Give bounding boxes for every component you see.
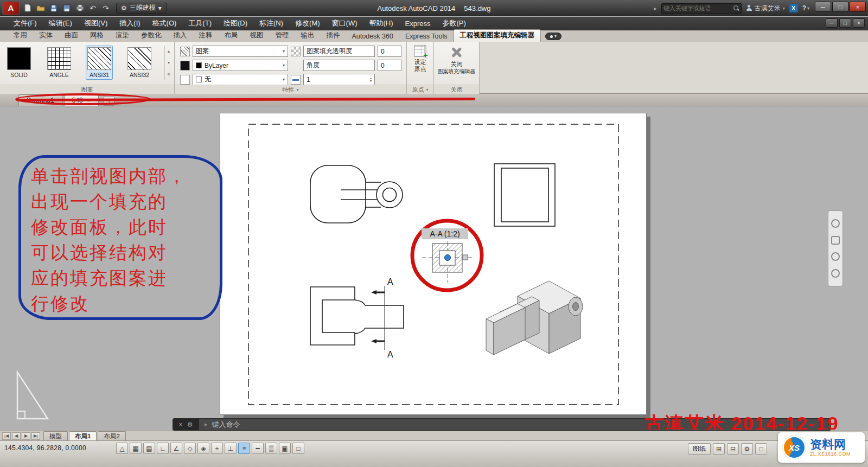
transparency-toggle-icon[interactable]: ▒	[265, 443, 277, 454]
menu-file[interactable]: 文件(F)	[8, 17, 43, 30]
ribbon-display-toggle[interactable]: ▾	[545, 33, 561, 40]
section-view-a-a[interactable]	[422, 235, 474, 283]
gallery-expand-icon[interactable]: ≡	[168, 72, 170, 77]
ribbon-tab-hatch-editor[interactable]: 工程视图图案填充编辑器	[454, 29, 541, 42]
hatch-background-select[interactable]: 无 ▾	[193, 74, 288, 85]
scale-spinner[interactable]: ▴ ▾	[370, 77, 376, 82]
first-layout-icon[interactable]: |◀	[2, 432, 11, 440]
hatch-swatch-ansi31[interactable]: ANSI31	[86, 46, 113, 80]
angle-label-box[interactable]: 角度	[303, 60, 375, 71]
doc-restore-button[interactable]: □	[839, 18, 851, 28]
ribbon-tab-layout[interactable]: 布局	[219, 30, 244, 42]
snap-icon[interactable]: ▦	[130, 443, 142, 454]
command-prompt[interactable]: ▸ 键入命令	[199, 420, 240, 430]
transparency-value-input[interactable]	[378, 46, 401, 57]
menu-tools[interactable]: 工具(T)	[182, 17, 218, 30]
orbit-icon[interactable]	[831, 269, 840, 278]
grip-square[interactable]	[463, 255, 468, 260]
save-as-icon[interactable]	[62, 3, 72, 13]
hatch-swatch-solid[interactable]: SOLID	[5, 46, 33, 80]
gallery-up-icon[interactable]: ▴	[168, 49, 170, 54]
grip-dot[interactable]	[445, 255, 451, 261]
ribbon-tab-render[interactable]: 渲染	[110, 30, 135, 42]
redo-icon[interactable]: ↷	[101, 3, 111, 13]
ribbon-tab-plugins[interactable]: 插件	[321, 30, 346, 42]
angle-value-input[interactable]	[378, 60, 401, 71]
app-logo-icon[interactable]: A	[2, 1, 20, 15]
osnap-3d-icon[interactable]: ◈	[197, 443, 209, 454]
hatch-swatch-ansi32[interactable]: ANSI32	[126, 46, 153, 80]
dynamic-input-icon[interactable]: ≡	[238, 443, 250, 454]
hatch-swatch-angle[interactable]: ANGLE	[46, 46, 73, 80]
search-input[interactable]	[663, 4, 733, 12]
otrack-icon[interactable]: +	[211, 443, 223, 454]
menu-format[interactable]: 格式(O)	[146, 17, 183, 30]
hatch-type-select[interactable]: 图案 ▾	[193, 46, 288, 57]
ribbon-tab-autodesk360[interactable]: Autodesk 360	[346, 31, 399, 42]
menu-express[interactable]: Express	[399, 17, 437, 30]
save-icon[interactable]	[49, 3, 59, 13]
ribbon-tab-annotate[interactable]: 注释	[193, 30, 219, 42]
menu-window[interactable]: 窗口(W)	[326, 17, 363, 30]
prev-layout-icon[interactable]: ◀	[12, 432, 21, 440]
gallery-scrollbar[interactable]: ▴ ▾ ≡	[164, 46, 173, 80]
steering-wheel-icon[interactable]	[831, 219, 840, 228]
tab-layout1[interactable]: 布局1	[69, 431, 97, 441]
hatch-color-select[interactable]: ByLayer ▾	[193, 60, 288, 71]
panel-label-origin[interactable]: 原点 ▾	[407, 85, 433, 94]
gallery-down-icon[interactable]: ▾	[168, 60, 170, 65]
panel-label-pattern[interactable]: 图案	[0, 85, 174, 94]
ribbon-tab-solid[interactable]: 实体	[33, 30, 59, 42]
menu-edit[interactable]: 编辑(E)	[43, 17, 78, 30]
help-menu[interactable]: ? ▾	[802, 4, 809, 12]
menu-help[interactable]: 帮助(H)	[363, 17, 399, 30]
polar-icon[interactable]: ∠	[170, 443, 182, 454]
command-close-icon[interactable]: ×	[179, 421, 183, 428]
dynamic-ucs-icon[interactable]: ⊥	[225, 443, 237, 454]
ribbon-tab-output[interactable]: 输出	[295, 30, 321, 42]
panel-label-close[interactable]: 关闭	[434, 85, 479, 94]
selection-cycling-icon[interactable]: □	[292, 443, 304, 454]
ortho-icon[interactable]: ∟	[157, 443, 169, 454]
quick-view-layouts-icon[interactable]: ⊞	[713, 443, 725, 455]
menu-view[interactable]: 视图(V)	[78, 17, 113, 30]
exchange-apps-icon[interactable]: X	[789, 4, 798, 12]
panel-label-properties[interactable]: 特性 ▾	[175, 85, 406, 94]
tab-layout2[interactable]: 布局2	[98, 431, 125, 441]
wrench-icon[interactable]: ⚙	[187, 421, 193, 428]
ribbon-tab-manage[interactable]: 管理	[270, 30, 295, 42]
settings-gear-icon[interactable]: ⚙	[741, 443, 753, 455]
menu-dimension[interactable]: 标注(N)	[253, 17, 289, 30]
open-file-icon[interactable]	[36, 3, 46, 13]
ribbon-tab-home[interactable]: 常用	[8, 30, 33, 42]
search-arrow-icon[interactable]: ▸	[654, 5, 657, 11]
ribbon-tab-surface[interactable]: 曲面	[59, 30, 84, 42]
drawing-canvas[interactable]: A A	[0, 106, 868, 430]
ribbon-tab-insert[interactable]: 插入	[168, 30, 193, 42]
transparency-label-box[interactable]: 图案填充透明度	[303, 46, 375, 57]
clean-screen-icon[interactable]: □	[755, 443, 767, 455]
menu-insert[interactable]: 插入(I)	[113, 17, 146, 30]
pan-icon[interactable]	[831, 236, 840, 245]
close-hatch-editor-button[interactable]: 关闭 图案填充编辑器	[436, 45, 477, 75]
menu-parametric[interactable]: 参数(P)	[437, 17, 472, 30]
scale-value-input[interactable]	[303, 74, 375, 85]
quick-view-drawings-icon[interactable]: ⊟	[727, 443, 739, 455]
set-origin-button[interactable]: + 设定 原点	[408, 45, 432, 73]
tab-model[interactable]: 模型	[43, 431, 68, 441]
maximize-button[interactable]: □	[832, 2, 848, 12]
new-file-icon[interactable]	[23, 3, 33, 13]
grid-icon[interactable]: ▤	[143, 443, 155, 454]
lineweight-icon[interactable]: ━	[252, 443, 264, 454]
ribbon-tab-mesh[interactable]: 网格	[84, 30, 110, 42]
layout-paper[interactable]: A A	[220, 113, 647, 415]
zoom-icon[interactable]	[831, 252, 840, 261]
doc-close-button[interactable]: ×	[853, 18, 865, 28]
ribbon-tab-express[interactable]: Express Tools	[399, 31, 454, 42]
doc-minimize-button[interactable]: ─	[826, 18, 838, 28]
sign-in-menu[interactable]: 古滇艾米 ▾	[746, 4, 785, 13]
spinner-down-icon[interactable]: ▾	[370, 80, 376, 82]
infer-constraints-icon[interactable]: △	[116, 443, 128, 454]
paper-model-toggle[interactable]: 图纸	[688, 443, 711, 455]
ribbon-tab-view[interactable]: 视图	[244, 30, 270, 42]
